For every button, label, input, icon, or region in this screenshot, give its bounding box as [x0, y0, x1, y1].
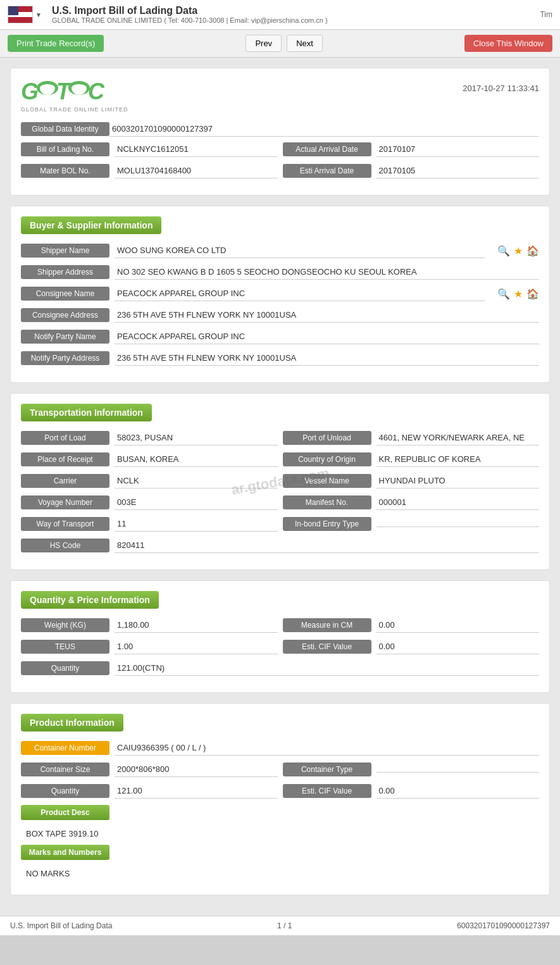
esti-arrival-col: Esti Arrival Date 20170105 [283, 163, 540, 178]
logo-g: G [21, 78, 39, 105]
buyer-supplier-card: Buyer & Supplier Information Shipper Nam… [10, 206, 550, 383]
port-of-unload-label: Port of Unload [283, 431, 371, 445]
measure-cm-label: Measure in CM [283, 618, 371, 632]
global-data-identity-label: Global Data Identity [21, 122, 109, 136]
product-quantity-value: 121.00 [115, 783, 278, 799]
print-button[interactable]: Print Trade Record(s) [8, 35, 104, 52]
port-of-load-value: 58023, PUSAN [115, 430, 278, 445]
footer-right: 6003201701090000127397 [457, 921, 550, 930]
consignee-name-label: Consignee Name [21, 287, 109, 301]
shipper-search-icon[interactable]: 🔍 [497, 245, 510, 257]
shipper-name-value: WOO SUNG KOREA CO LTD [115, 243, 485, 258]
container-size-value: 2000*806*800 [115, 762, 278, 777]
measure-col: Measure in CM 0.00 [283, 618, 540, 633]
container-type-col: Container Type [283, 763, 540, 776]
shipper-name-label: Shipper Name [21, 244, 109, 258]
shipper-address-value: NO 302 SEO KWANG B D 1605 5 SEOCHO DONGS… [115, 265, 539, 280]
container-type-label: Container Type [283, 763, 371, 776]
consignee-name-value: PEACOCK APPAREL GROUP INC [115, 286, 485, 301]
weight-col: Weight (KG) 1,180.00 [21, 618, 278, 633]
marks-numbers-label: Marks and Numbers [21, 845, 109, 860]
shipper-icons: 🔍 ★ 🏠 [495, 245, 539, 257]
dropdown-arrow[interactable]: ▼ [35, 11, 42, 18]
actual-arrival-value: 20170107 [376, 142, 540, 157]
container-type-value [376, 767, 540, 773]
quantity-value: 121.00(CTN) [115, 661, 539, 676]
voyage-col: Voyage Number 003E [21, 495, 278, 510]
esti-cif-value: 0.00 [376, 639, 540, 654]
product-esti-cif-col: Esti. CIF Value 0.00 [283, 783, 540, 799]
shipper-home-icon[interactable]: 🏠 [526, 245, 539, 257]
marks-numbers-value: NO MARKS [21, 866, 539, 885]
consignee-search-icon[interactable]: 🔍 [497, 288, 510, 300]
bol-value: NCLKNYC1612051 [115, 142, 278, 157]
port-load-col: Port of Load 58023, PUSAN [21, 430, 278, 445]
transportation-header: Transportation Information [21, 404, 152, 421]
quantity-price-card: Quantity & Price Information Weight (KG)… [10, 580, 550, 693]
product-info-header: Product Information [21, 714, 123, 732]
teus-value: 1.00 [115, 639, 278, 654]
consignee-home-icon[interactable]: 🏠 [526, 288, 539, 300]
product-esti-cif-label: Esti. CIF Value [283, 784, 371, 798]
top-card: G T C GLOBAL TRADE ONLINE LIMITED 2017-1… [10, 68, 550, 196]
vessel-name-label: Vessel Name [283, 474, 371, 488]
esti-cif-col: Esti. CIF Value 0.00 [283, 639, 540, 654]
product-desc-row: Product Desc [21, 805, 539, 820]
global-data-identity-row: Global Data Identity 6003201701090000127… [21, 121, 539, 137]
card-top-row: G T C GLOBAL TRADE ONLINE LIMITED 2017-1… [21, 78, 539, 113]
place-of-receipt-label: Place of Receipt [21, 452, 109, 466]
manifest-col: Manifest No. 000001 [283, 495, 540, 510]
main-content: G T C GLOBAL TRADE ONLINE LIMITED 2017-1… [0, 58, 560, 916]
carrier-label: Carrier [21, 474, 109, 488]
consignee-star-icon[interactable]: ★ [514, 288, 523, 300]
weight-kg-label: Weight (KG) [21, 618, 109, 632]
next-button[interactable]: Next [287, 35, 323, 52]
buyer-supplier-header: Buyer & Supplier Information [21, 216, 161, 234]
consignee-name-row: Consignee Name PEACOCK APPAREL GROUP INC… [21, 286, 539, 301]
container-number-label: Container Number [21, 741, 109, 755]
bol-label: Bill of Lading No. [21, 142, 109, 156]
header-company: GLOBAL TRADE ONLINE LIMITED ( Tel: 400-7… [52, 16, 328, 24]
header-title: U.S. Import Bill of Lading Data [52, 5, 328, 16]
place-receipt-col: Place of Receipt BUSAN, KOREA [21, 452, 278, 467]
record-datetime: 2017-10-27 11:33:41 [463, 84, 539, 93]
quantity-price-header: Quantity & Price Information [21, 591, 159, 609]
voyage-number-value: 003E [115, 495, 278, 510]
consignee-address-label: Consignee Address [21, 308, 109, 322]
esti-cif-label: Esti. CIF Value [283, 640, 371, 654]
shipper-name-row: Shipper Name WOO SUNG KOREA CO LTD 🔍 ★ 🏠 [21, 243, 539, 258]
actual-arrival-col: Actual Arrival Date 20170107 [283, 142, 540, 157]
inbond-col: In-bond Entry Type [283, 517, 540, 531]
logo-t: T [56, 78, 70, 105]
measure-cm-value: 0.00 [376, 618, 540, 633]
mater-bol-col: Mater BOL No. MOLU13704168400 [21, 163, 278, 178]
mater-bol-label: Mater BOL No. [21, 164, 109, 178]
transportation-card: Transportation Information ar.gtodata.co… [10, 393, 550, 570]
container-size-label: Container Size [21, 763, 109, 776]
quantity-row: Quantity 121.00(CTN) [21, 661, 539, 676]
weight-measure-row: Weight (KG) 1,180.00 Measure in CM 0.00 [21, 618, 539, 633]
container-number-row: Container Number CAIU9366395 ( 00 / L / … [21, 740, 539, 756]
place-of-receipt-value: BUSAN, KOREA [115, 452, 278, 467]
close-window-button[interactable]: Close This Window [464, 35, 552, 52]
footer-center: 1 / 1 [277, 921, 292, 930]
hs-code-row: HS Code 820411 [21, 538, 539, 553]
in-bond-entry-label: In-bond Entry Type [283, 517, 371, 531]
notify-party-name-row: Notify Party Name PEACOCK APPAREL GROUP … [21, 329, 539, 344]
footer-left: U.S. Import Bill of Lading Data [10, 921, 112, 930]
shipper-star-icon[interactable]: ★ [514, 245, 523, 257]
weight-kg-value: 1,180.00 [115, 618, 278, 633]
logo-arc2 [68, 81, 90, 95]
footer: U.S. Import Bill of Lading Data 1 / 1 60… [0, 916, 560, 935]
prev-button[interactable]: Prev [246, 35, 282, 52]
consignee-address-row: Consignee Address 236 5TH AVE 5TH FLNEW … [21, 308, 539, 323]
manifest-no-label: Manifest No. [283, 495, 371, 509]
mater-bol-value: MOLU13704168400 [115, 163, 278, 178]
transport-inbond-row: Way of Transport 11 In-bond Entry Type [21, 516, 539, 532]
port-unload-col: Port of Unload 4601, NEW YORK/NEWARK ARE… [283, 430, 540, 445]
logo-sub: GLOBAL TRADE ONLINE LIMITED [21, 106, 128, 113]
product-quantity-col: Quantity 121.00 [21, 783, 278, 799]
product-quantity-label: Quantity [21, 784, 109, 798]
toolbar: Print Trade Record(s) Prev Next Close Th… [0, 30, 560, 58]
container-number-value: CAIU9366395 ( 00 / L / ) [115, 740, 539, 756]
